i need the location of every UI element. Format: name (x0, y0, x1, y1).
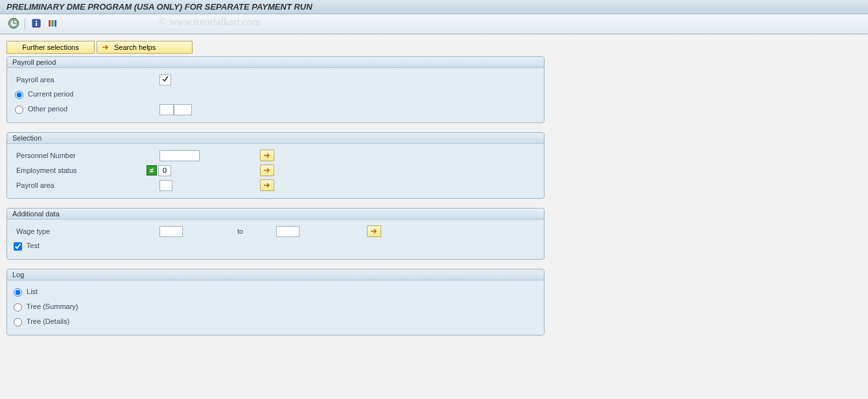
test-label: Test (27, 242, 40, 249)
personnel-number-input[interactable] (159, 150, 200, 161)
arrow-right-icon (101, 43, 110, 52)
page-title: PRELIMINARY DME PROGRAM (USA ONLY) FOR S… (6, 2, 312, 12)
sel-payroll-area-input[interactable] (159, 180, 172, 191)
group-header-payroll-period: Payroll period (7, 57, 544, 68)
current-period-radio[interactable] (15, 91, 23, 99)
wage-type-from-input[interactable] (159, 226, 183, 237)
log-tree-details-radio[interactable] (14, 318, 22, 326)
arrow-right-icon (263, 181, 271, 190)
employment-status-value[interactable]: 0 (158, 165, 171, 176)
wage-type-label: Wage type (14, 227, 159, 235)
other-period-to-input[interactable] (174, 104, 192, 115)
further-selections-button[interactable]: Further selections (6, 41, 95, 54)
other-period-label: Other period (28, 105, 67, 113)
checkmark-icon (161, 75, 169, 84)
further-selections-label: Further selections (22, 43, 78, 51)
current-period-row: Current period (14, 90, 159, 99)
payroll-area-input[interactable] (159, 74, 171, 86)
log-tree-details-label: Tree (Details) (27, 317, 69, 325)
personnel-number-label: Personnel Number (14, 152, 159, 159)
wage-type-to-input[interactable] (276, 226, 299, 237)
info-icon (31, 18, 41, 30)
group-additional-data: Additional data Wage type to (6, 208, 545, 260)
log-list-label: List (27, 288, 38, 295)
selection-buttons-row: Further selections Search helps (6, 41, 862, 54)
content-area: Further selections Search helps Payroll … (0, 34, 868, 351)
other-period-row: Other period (14, 105, 159, 114)
to-label: to (237, 227, 276, 235)
group-payroll-period: Payroll period Payroll area Current peri… (6, 56, 545, 123)
arrow-right-icon (263, 151, 271, 161)
svg-rect-5 (36, 21, 37, 22)
search-helps-label: Search helps (114, 43, 156, 51)
wage-type-multi-button[interactable] (367, 225, 381, 237)
execute-icon (8, 17, 19, 31)
group-log: Log List Tree (Summary) Tree (Details) (6, 269, 545, 336)
arrow-right-icon (370, 227, 378, 236)
other-period-radio[interactable] (15, 106, 23, 114)
employment-status-label: Employment status (14, 166, 159, 174)
app-toolbar: © www.tutorialkart.com (0, 14, 868, 34)
execute-button[interactable] (6, 17, 21, 31)
group-header-selection: Selection (7, 133, 544, 144)
payroll-area-label: Payroll area (14, 76, 159, 84)
watermark-text: © www.tutorialkart.com (159, 16, 260, 28)
title-bar: PRELIMINARY DME PROGRAM (USA ONLY) FOR S… (0, 0, 868, 14)
bars-icon (47, 18, 58, 30)
current-period-label: Current period (28, 90, 73, 98)
toolbar-separator (25, 18, 25, 30)
svg-rect-8 (52, 20, 54, 27)
svg-rect-6 (36, 23, 37, 26)
sel-payroll-area-label: Payroll area (14, 181, 159, 189)
log-list-radio[interactable] (14, 288, 22, 297)
info-button[interactable] (29, 17, 43, 31)
sel-payroll-area-multi-button[interactable] (260, 179, 274, 191)
search-helps-button[interactable]: Search helps (97, 41, 193, 54)
not-equal-indicator[interactable]: ≠ (147, 165, 157, 176)
test-checkbox[interactable] (14, 242, 22, 251)
group-selection: Selection Personnel Number Employment st… (6, 132, 545, 199)
svg-rect-9 (54, 20, 56, 27)
svg-rect-7 (49, 20, 51, 27)
personnel-number-multi-button[interactable] (260, 150, 274, 161)
arrow-right-icon (263, 166, 271, 176)
employment-status-multi-button[interactable] (260, 165, 274, 176)
log-tree-summary-radio[interactable] (14, 303, 22, 312)
log-tree-summary-label: Tree (Summary) (27, 302, 78, 310)
other-period-from-input[interactable] (159, 104, 174, 115)
variant-button[interactable] (45, 17, 60, 31)
group-header-additional-data: Additional data (7, 209, 544, 220)
group-header-log: Log (7, 269, 544, 280)
